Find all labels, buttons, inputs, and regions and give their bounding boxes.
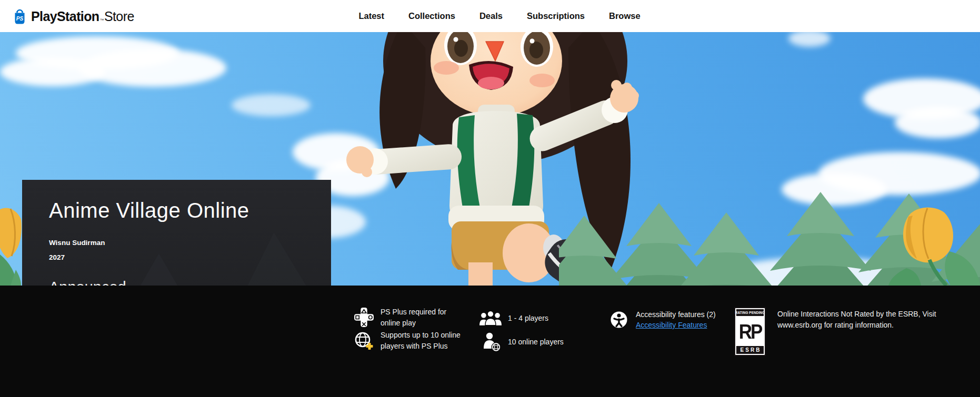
nav-browse[interactable]: Browse [609,11,641,21]
accessibility-features-label: Accessibility features (2) [636,309,716,320]
players-count-text: 1 - 4 players [508,313,548,324]
nav-collections[interactable]: Collections [408,11,455,21]
pine-trees-art [559,162,980,286]
ps-store-bag-icon: PS [13,8,27,25]
publisher-name: Wisnu Sudirman [49,239,105,247]
main-nav: Latest Collections Deals Subscriptions B… [358,0,640,32]
game-details-bar: PS Plus required for online play Support… [0,286,980,397]
brand-store: Store [104,9,134,24]
ps-plus-required-text: PS Plus required for online play [381,307,459,329]
game-info-panel: Anime Village Online Wisnu Sudirman 2027… [22,180,331,286]
left-tulip-art [0,32,22,286]
brand-wordmark: PlayStation ™ Store [31,9,134,24]
accessibility-icon [610,311,628,331]
globe-plus-icon [354,331,374,353]
mountain-silhouette [196,232,331,286]
brand-playstation: PlayStation [31,9,99,24]
accessibility-features-link[interactable]: Accessibility Features [636,321,707,329]
status-announced: Announced [49,279,126,286]
release-year: 2027 [49,253,65,261]
esrb-rp-code: RP [736,314,764,348]
dpad-buttons-icon [353,307,375,330]
nav-subscriptions[interactable]: Subscriptions [527,11,585,21]
brand-tm: ™ [100,18,104,24]
people-group-icon [479,310,502,328]
svg-text:PS: PS [16,16,24,22]
online-players-text: 10 online players [508,337,564,348]
online-support-text: Supports up to 10 online players with PS… [381,330,471,352]
ps-store-logo[interactable]: PS PlayStation ™ Store [13,7,134,25]
game-title: Anime Village Online [49,199,249,222]
ps-store-page: PS PlayStation ™ Store Latest Collection… [0,0,980,397]
nav-deals[interactable]: Deals [479,11,503,21]
top-header: PS PlayStation ™ Store Latest Collection… [0,0,980,32]
person-globe-icon [482,332,501,354]
esrb-rating-pending-box: RATING PENDING RP ESRB [734,307,766,356]
cloud [788,32,831,47]
nav-latest[interactable]: Latest [358,11,384,21]
cloud [895,107,980,138]
esrb-note-text: Online Interactions Not Rated by the ESR… [777,309,954,331]
hero-banner: Anime Village Online Wisnu Sudirman 2027… [0,32,980,286]
